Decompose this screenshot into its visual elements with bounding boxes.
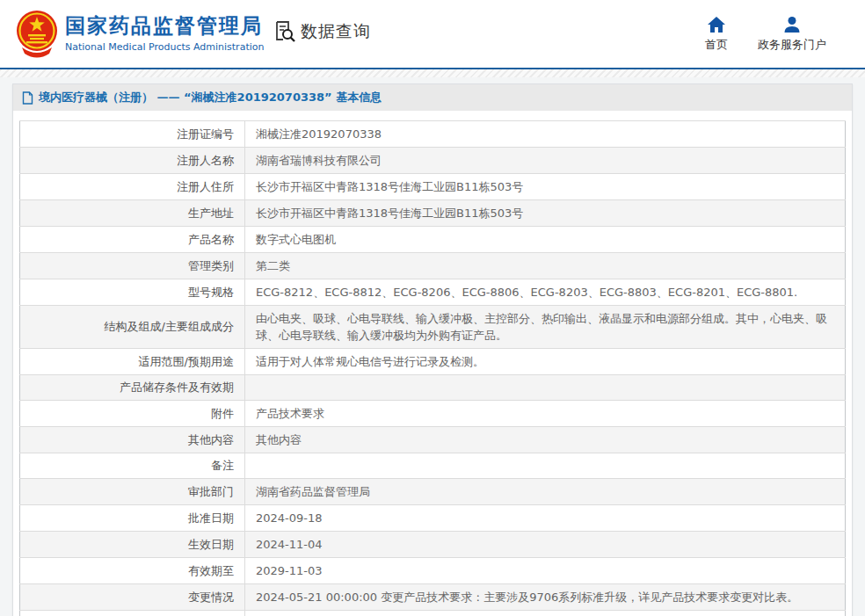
table-row: 审批部门湖南省药品监督管理局: [20, 479, 846, 505]
table-row: 附件产品技术要求: [20, 401, 846, 427]
row-label: 附件: [20, 401, 245, 427]
table-row: 产品储存条件及有效期: [20, 375, 846, 401]
row-value: [245, 453, 846, 479]
row-label: 生效日期: [20, 532, 245, 558]
national-emblem-icon: [15, 8, 59, 61]
row-value: 长沙市开福区中青路1318号佳海工业园B11栋503号: [245, 174, 846, 200]
table-row: 生效日期2024-11-04: [20, 532, 846, 558]
row-label: 适用范围/预期用途: [20, 349, 245, 375]
table-row: 注册人名称湖南省瑞博科技有限公司: [20, 148, 846, 174]
row-label: 其他内容: [20, 427, 245, 453]
table-row: 批准日期2024-09-18: [20, 505, 846, 532]
table-row: 管理类别第二类: [20, 253, 846, 279]
home-icon: [707, 16, 726, 33]
row-value: ECG-8212、ECG-8812、ECG-8206、ECG-8806、ECG-…: [245, 279, 846, 306]
table-row: 结构及组成/主要组成成分由心电夹、吸球、心电导联线、输入缓冲极、主控部分、热印输…: [20, 306, 846, 349]
row-value: 其他内容: [245, 427, 846, 453]
main-area: 境内医疗器械（注册） —— “湘械注准20192070338” 基本信息 注册证…: [0, 77, 865, 616]
row-value: 数字式心电图机: [245, 227, 846, 253]
row-value: 适用于对人体常规心电信号进行记录及检测。: [245, 349, 846, 375]
row-value: 湖南省药品监督管理局: [245, 479, 846, 505]
row-label: 注册人住所: [20, 174, 245, 200]
row-value: 长沙市开福区中青路1318号佳海工业园B11栋503号: [245, 200, 846, 227]
row-label: 批准日期: [20, 505, 245, 532]
data-query-button[interactable]: 数据查询: [273, 19, 371, 43]
row-label: 生产地址: [20, 200, 245, 227]
row-value: 2029-11-03: [245, 558, 846, 584]
table-row: 备注: [20, 453, 846, 479]
row-label: 型号规格: [20, 279, 245, 306]
row-value: 2024-09-18: [245, 505, 846, 532]
row-value: [245, 375, 846, 401]
row-label: 管理类别: [20, 253, 245, 279]
page-title-bar: 境内医疗器械（注册） —— “湘械注准20192070338” 基本信息: [13, 84, 852, 111]
table-row: 生产地址长沙市开福区中青路1318号佳海工业园B11栋503号: [20, 200, 846, 227]
nav-gov-portal[interactable]: 政务服务门户: [758, 16, 826, 53]
row-value: 产品技术要求: [245, 401, 846, 427]
table-row: 有效期至2029-11-03: [20, 558, 846, 584]
table-row: 变更情况2024-05-21 00:00:00 变更产品技术要求：主要涉及970…: [20, 584, 846, 611]
content-panel: 境内医疗器械（注册） —— “湘械注准20192070338” 基本信息 注册证…: [12, 83, 853, 616]
row-label: 备注: [20, 453, 245, 479]
row-label: 产品储存条件及有效期: [20, 375, 245, 401]
org-title-block: 国家药品监督管理局 National Medical Products Admi…: [65, 12, 264, 53]
table-row: 适用范围/预期用途适用于对人体常规心电信号进行记录及检测。: [20, 349, 846, 375]
page-icon: [22, 91, 33, 105]
row-value: 2024-11-04: [245, 532, 846, 558]
row-value: 湘械注准20192070338: [245, 121, 846, 148]
hatch-strip: [0, 69, 865, 77]
table-row: ●注详情: [20, 611, 846, 616]
row-label: 结构及组成/主要组成成分: [20, 306, 245, 349]
nav-home[interactable]: 首页: [705, 16, 728, 53]
row-value: 第二类: [245, 253, 846, 279]
document-search-icon: [273, 19, 296, 43]
row-value: 湖南省瑞博科技有限公司: [245, 148, 846, 174]
table-row: 注册证编号湘械注准20192070338: [20, 121, 846, 148]
table-row: 产品名称数字式心电图机: [20, 227, 846, 253]
nav-home-label: 首页: [705, 37, 728, 53]
info-table-body: 注册证编号湘械注准20192070338注册人名称湖南省瑞博科技有限公司注册人住…: [20, 121, 846, 616]
row-value: 2024-05-21 00:00:00 变更产品技术要求：主要涉及9706系列标…: [245, 584, 846, 611]
row-label: 注册人名称: [20, 148, 245, 174]
page-title: 境内医疗器械（注册） —— “湘械注准20192070338” 基本信息: [39, 90, 382, 105]
data-query-label: 数据查询: [301, 20, 371, 43]
table-row: 型号规格ECG-8212、ECG-8812、ECG-8206、ECG-8806、…: [20, 279, 846, 306]
user-icon: [782, 16, 802, 33]
row-label: ●注: [20, 611, 245, 616]
top-nav: 首页 政务服务门户: [705, 16, 826, 53]
row-label: 审批部门: [20, 479, 245, 505]
registration-info-table: 注册证编号湘械注准20192070338注册人名称湖南省瑞博科技有限公司注册人住…: [19, 120, 846, 616]
org-name-cn: 国家药品监督管理局: [65, 12, 264, 39]
row-label: 产品名称: [20, 227, 245, 253]
org-name-en: National Medical Products Administration: [65, 41, 264, 53]
row-label: 注册证编号: [20, 121, 245, 148]
table-row: 其他内容其他内容: [20, 427, 846, 453]
row-value: 由心电夹、吸球、心电导联线、输入缓冲极、主控部分、热印输出、液晶显示和电源部分组…: [245, 306, 846, 349]
row-label: 变更情况: [20, 584, 245, 611]
row-value: 详情: [245, 611, 846, 616]
table-row: 注册人住所长沙市开福区中青路1318号佳海工业园B11栋503号: [20, 174, 846, 200]
header: 国家药品监督管理局 National Medical Products Admi…: [0, 0, 865, 68]
row-label: 有效期至: [20, 558, 245, 584]
nav-gov-portal-label: 政务服务门户: [758, 37, 826, 53]
